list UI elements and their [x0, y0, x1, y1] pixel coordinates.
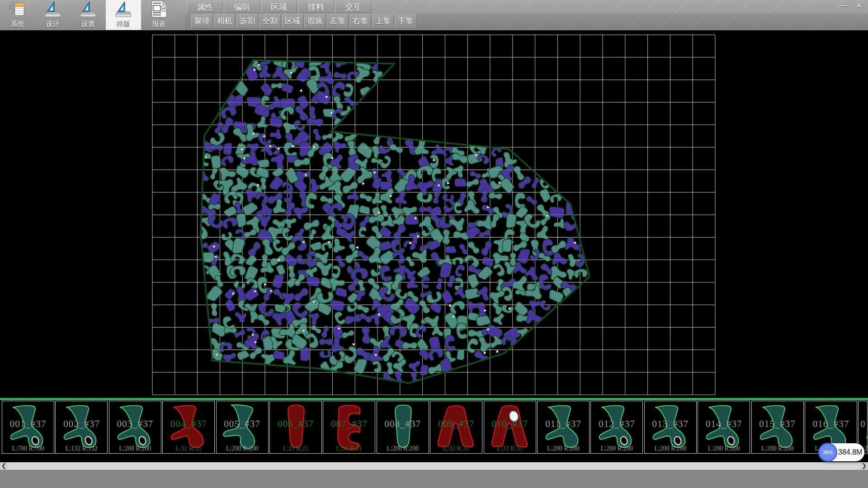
tool-button-下靠[interactable]: 下靠 [395, 14, 416, 28]
scroll-right-button[interactable]: ❯ [860, 462, 868, 470]
main-button-label: 报表 [152, 20, 165, 28]
menu-tab-bar: 属性编辑区域排料交互 [187, 1, 371, 13]
part-lr-count: L:200 R:200 [645, 445, 696, 452]
part-thumbnail-015_#37[interactable]: 015_#37L:200 R:200 [751, 401, 804, 454]
main-button-label: 设置 [81, 20, 95, 28]
part-number: 008_#37 [377, 418, 429, 430]
tool-button-瑕疵[interactable]: 瑕疵 [304, 14, 326, 28]
main-button-设置[interactable]: 设置 [71, 0, 106, 30]
part-number: 013_#37 [645, 418, 696, 430]
part-number: 009_#37 [430, 418, 482, 430]
part-thumbnail-011_#37[interactable]: 011_#37L:200 R:200 [537, 401, 590, 454]
tool-button-上靠[interactable]: 上靠 [372, 14, 394, 28]
canvas-svg [0, 30, 868, 398]
scroll-left-button[interactable]: ❮ [0, 462, 8, 470]
part-thumbnail-006_#37[interactable]: 006_#37L:21 R:21 [269, 401, 322, 454]
part-lr-count: L:33 R:33 [484, 445, 536, 452]
part-number: 010_#37 [484, 418, 536, 430]
part-number: 016_#37 [805, 418, 857, 430]
part-lr-count: L:21 R:21 [270, 445, 321, 452]
tool-button-bar: 聚排相机选割全割区域瑕疵左靠右靠上靠下靠 [191, 14, 416, 28]
tool-button-左靠[interactable]: 左靠 [327, 14, 349, 28]
toolbar: 系统设计设置排版报表 属性编辑区域排料交互 聚排相机选割全割区域瑕疵左靠右靠上靠… [0, 0, 868, 31]
part-thumbnail-009_#37[interactable]: 009_#37L:32 R:31 [430, 401, 482, 454]
part-number: 005_#37 [217, 418, 268, 430]
part-thumbnail-001_#37[interactable]: 001_#37L:700 R:700 [2, 401, 54, 454]
main-button-排版[interactable]: 排版 [106, 0, 141, 30]
part-lr-count: L:31 R:31 [163, 445, 214, 452]
close-button[interactable]: ✕ [853, 1, 866, 11]
memory-widget[interactable]: 38% 384.8M [819, 443, 864, 461]
part-thumbnail-013_#37[interactable]: 013_#37L:200 R:200 [644, 401, 697, 454]
menu-tab-交互[interactable]: 交互 [335, 1, 371, 13]
window-controls: — ✕ [836, 1, 866, 11]
main-button-报表[interactable]: 报表 [141, 0, 176, 30]
main-button-label: 系统 [11, 20, 24, 28]
part-thumbnail-005_#37[interactable]: 005_#37L:200 R:200 [216, 401, 269, 454]
part-thumbnail-008_#37[interactable]: 008_#37L:200 R:200 [377, 401, 429, 454]
part-thumbnail-004_#37[interactable]: 004_#37L:31 R:31 [162, 401, 215, 454]
part-lr-count: L:132 R:132 [56, 445, 107, 452]
part-thumbnail-002_#37[interactable]: 002_#37L:132 R:132 [55, 401, 108, 454]
part-number: 002_#37 [56, 418, 107, 430]
part-number: 007_#37 [323, 418, 375, 430]
tool-button-区域[interactable]: 区域 [282, 14, 303, 28]
part-number: 003_#37 [109, 418, 161, 430]
tool-button-聚排[interactable]: 聚排 [191, 14, 213, 28]
tool-button-右靠[interactable]: 右靠 [349, 14, 371, 28]
part-number: 011_#37 [538, 418, 589, 430]
part-thumbnail-007_#37[interactable]: 007_#37L:31 R:31 [323, 401, 375, 454]
part-lr-count: L:200 R:200 [538, 445, 589, 452]
part-lr-count: L:200 R:200 [109, 445, 161, 452]
part-thumbnail-003_#37[interactable]: 003_#37L:200 R:200 [109, 401, 161, 454]
part-number: 012_#37 [591, 418, 642, 430]
part-lr-count: L:200 R:200 [217, 445, 268, 452]
part-lr-count: L:200 R:200 [752, 445, 803, 452]
report-icon [149, 0, 168, 20]
main-button-label: 排版 [117, 20, 130, 28]
design-icon [43, 0, 62, 20]
part-number: 015_#37 [752, 418, 803, 430]
progress-circle: 38% [818, 443, 837, 462]
part-number: 014_#37 [698, 418, 750, 430]
part-number: 0 [859, 418, 867, 430]
main-button-系统[interactable]: 系统 [0, 0, 35, 30]
part-thumbnail-010_#37[interactable]: 010_#37L:33 R:33 [484, 401, 536, 454]
part-lr-count: L:700 R:700 [2, 445, 54, 452]
part-lr-count: L:200 R:200 [377, 445, 429, 452]
system-icon [8, 0, 27, 20]
part-lr-count: L:200 R:200 [591, 445, 642, 452]
part-lr-count: L:200 R:200 [698, 445, 750, 452]
part-thumbnail-012_#37[interactable]: 012_#37L:200 R:200 [590, 401, 643, 454]
menu-tab-属性[interactable]: 属性 [187, 1, 223, 13]
tool-button-选割[interactable]: 选割 [236, 14, 258, 28]
tool-button-全割[interactable]: 全割 [259, 14, 281, 28]
part-lr-count: L:32 R:31 [430, 445, 482, 452]
main-button-label: 设计 [46, 20, 60, 28]
part-number: 001_#37 [2, 418, 54, 430]
tool-button-相机[interactable]: 相机 [214, 14, 236, 28]
menu-tab-编辑[interactable]: 编辑 [224, 1, 260, 13]
layout-icon [114, 0, 133, 20]
main-button-设计[interactable]: 设计 [35, 0, 71, 30]
nesting-canvas[interactable] [0, 30, 868, 398]
horizontal-scrollbar[interactable]: ❮ ❯ [0, 462, 868, 470]
menu-tab-排料[interactable]: 排料 [298, 1, 334, 13]
settings-icon [79, 0, 98, 20]
part-number: 004_#37 [163, 418, 214, 430]
part-thumbnail-014_#37[interactable]: 014_#37L:200 R:200 [698, 401, 750, 454]
memory-value: 384.8M [838, 443, 862, 461]
parts-strip: 001_#37L:700 R:700002_#37L:132 R:132003_… [0, 398, 868, 462]
minimize-button[interactable]: — [836, 1, 850, 11]
menu-tab-区域[interactable]: 区域 [261, 1, 297, 13]
status-bar [0, 470, 868, 488]
part-number: 006_#37 [270, 418, 321, 430]
part-lr-count: L:31 R:31 [323, 445, 375, 452]
